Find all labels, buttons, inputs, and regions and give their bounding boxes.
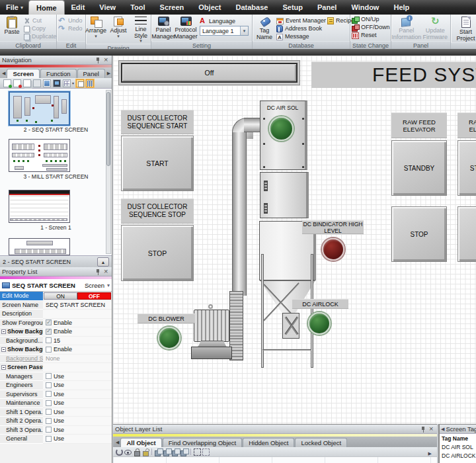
property-row[interactable]: Engineers Use (0, 381, 112, 390)
dc-cabinet[interactable] (260, 172, 309, 218)
property-row[interactable]: Description (0, 310, 112, 319)
blower-motor[interactable] (194, 310, 229, 342)
left-arrow-icon[interactable]: ◀ (114, 440, 120, 447)
edit-mode-on-button[interactable]: ON (44, 292, 77, 300)
property-row[interactable]: Show Backgr... Enable (0, 345, 112, 355)
right-arrow-icon[interactable]: ▶ (428, 451, 432, 456)
send-to-back-icon[interactable] (163, 448, 171, 456)
pin-icon[interactable] (95, 57, 101, 63)
feed-system-title-object[interactable]: FEED SYSTEM (311, 62, 476, 88)
copy-screen-icon[interactable] (23, 79, 31, 87)
property-row[interactable]: Maintenance Use (0, 399, 112, 408)
dc-seq-start-label-object[interactable]: DUST COLLECTOR SEQUENCE START (121, 110, 194, 134)
menu-item[interactable]: Tool (123, 0, 152, 15)
thumbnail-partial[interactable] (9, 238, 70, 255)
chevron-down-icon[interactable]: ▾ (72, 81, 74, 85)
screen-property-icon[interactable] (53, 79, 61, 87)
tag-name-button[interactable]: Tag Name (254, 16, 275, 41)
dropdown-icon[interactable]: ▾ (240, 26, 248, 35)
start-button-object[interactable]: START (121, 136, 194, 191)
standby-button-object[interactable]: STANDBY (391, 140, 447, 196)
redo-button[interactable]: ↷Redo (58, 25, 83, 32)
raw-feed-elevator-label-object[interactable]: RAW FEED ELEVATOR (391, 112, 447, 138)
paste-screen-icon[interactable] (33, 79, 41, 87)
address-book-button[interactable]: Address Book (276, 25, 326, 32)
checkbox[interactable] (46, 391, 52, 397)
refresh-icon[interactable] (116, 448, 123, 456)
view-mode-icon[interactable] (63, 79, 71, 87)
detail-list-toggle-icon[interactable] (86, 79, 94, 87)
dc-airlock-indicator[interactable] (308, 312, 331, 335)
property-row[interactable]: Screen Name SEQ START SCREEN (0, 301, 112, 310)
tag-name-column-header[interactable]: Tag Name (440, 434, 476, 442)
pin-icon[interactable] (95, 269, 101, 275)
duct-vertical[interactable] (232, 132, 247, 296)
dc-seq-stop-label-object[interactable]: DUST COLLECTOR SEQUENCE STOP (121, 198, 194, 224)
checkbox[interactable] (46, 409, 52, 415)
checkbox[interactable] (46, 347, 52, 353)
off-lamp-object[interactable]: Off (121, 63, 298, 83)
property-row[interactable]: Shift 3 Opera... Use (0, 426, 112, 435)
menu-item[interactable]: Panel (310, 0, 344, 15)
property-row[interactable]: Background... 15 (0, 337, 112, 346)
elevator-stop-2-button-object[interactable]: STOP (457, 206, 476, 262)
navigation-scrollbar[interactable] (106, 90, 111, 254)
chevron-down-icon[interactable]: ▾ (107, 282, 110, 288)
panel-information-button[interactable]: Panel Information (393, 16, 420, 41)
property-row[interactable]: General Use (0, 435, 112, 444)
thumbnail-label[interactable]: 3 - MILL START SCREEN (0, 173, 112, 180)
adjust-button[interactable]: Adjust ▾ (108, 16, 129, 39)
edit-screen-icon[interactable] (43, 79, 51, 87)
dc-bindicator-indicator[interactable] (322, 238, 344, 261)
dc-rotary-valve[interactable] (282, 313, 299, 339)
menu-item[interactable]: Edit (64, 0, 93, 15)
nav-tab[interactable]: Screen (7, 69, 40, 78)
new-screen-icon[interactable] (3, 79, 11, 87)
property-row[interactable]: Show Backgr... Enable (0, 327, 112, 337)
panel-manager-button[interactable]: Panel Manager (153, 16, 174, 40)
thumbnail-screen-1[interactable] (9, 190, 70, 223)
expander-icon[interactable] (1, 365, 6, 370)
off-down-button[interactable]: OFF/Down (352, 24, 390, 31)
expander-icon[interactable] (1, 329, 6, 334)
dc-blower-label-object[interactable]: DC BLOWER (138, 314, 195, 323)
object-layer-tab[interactable]: Find Overlapping Object (163, 438, 242, 447)
checkbox[interactable] (46, 427, 52, 433)
thumbnail-label[interactable]: 2 - SEQ START SCREEN (0, 126, 112, 133)
collapse-up-button[interactable]: ▲ (97, 257, 109, 267)
reset-button[interactable]: Reset (352, 32, 377, 39)
close-icon[interactable] (428, 426, 435, 433)
menu-item[interactable]: Home (29, 1, 64, 15)
dc-air-sol-indicator[interactable] (269, 116, 294, 141)
dc-bindicator-label-object[interactable]: DC BINDICATOR HIGH LEVEL (302, 220, 364, 234)
thumbnail-seq-start-screen[interactable] (9, 91, 70, 126)
menu-item[interactable]: Setup (275, 0, 310, 15)
close-icon[interactable] (103, 57, 110, 63)
lock-icon[interactable] (133, 448, 140, 456)
on-up-button[interactable]: ON/Up (352, 16, 379, 23)
language-select[interactable]: Language 1 ▾ (200, 26, 249, 36)
checkbox[interactable] (46, 337, 52, 343)
object-layer-tab[interactable]: All Object (120, 438, 161, 447)
preview-window-toggle-icon[interactable] (76, 79, 84, 87)
edit-mode-off-button[interactable]: OFF (77, 292, 111, 300)
language-button[interactable]: A Language (200, 17, 249, 24)
nav-tab[interactable]: Function (40, 69, 76, 78)
property-row-edit-mode[interactable]: Edit Mode ON OFF (0, 292, 112, 301)
close-icon[interactable] (103, 269, 110, 275)
property-row[interactable]: Background S... None (0, 355, 112, 364)
stop-button-object[interactable]: STOP (121, 225, 194, 281)
checkbox[interactable] (46, 436, 52, 442)
checkbox[interactable] (46, 319, 52, 325)
property-row[interactable]: Screen Passw... (0, 363, 112, 372)
menu-item[interactable]: Help (386, 0, 416, 15)
paste-button[interactable]: Paste (1, 16, 22, 36)
left-arrow-icon[interactable]: ◀ (441, 427, 444, 432)
cut-button[interactable]: Cut (24, 17, 57, 24)
menu-item[interactable]: Screen (153, 0, 192, 15)
checkbox[interactable] (46, 382, 52, 388)
menu-item[interactable]: Database (229, 0, 276, 15)
bring-to-front-icon[interactable] (155, 448, 162, 456)
raw-feed-elevator-2-label-object[interactable]: RAW FEED ELEVATOR (457, 112, 476, 138)
copy-button[interactable]: Copy (24, 25, 57, 32)
